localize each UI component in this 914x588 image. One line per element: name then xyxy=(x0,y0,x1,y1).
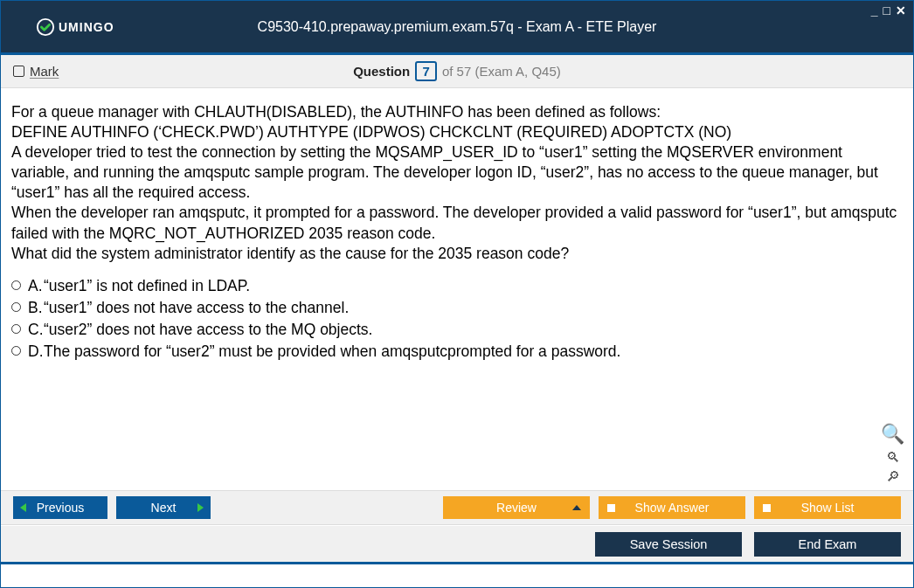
save-session-button[interactable]: Save Session xyxy=(595,532,742,557)
mark-checkbox[interactable] xyxy=(13,66,24,77)
answer-options: A.“user1” is not defined in LDAP. B.“use… xyxy=(11,276,903,362)
search-zoom-icon[interactable]: 🔍 xyxy=(881,421,904,446)
radio-icon[interactable] xyxy=(11,280,21,290)
minimize-icon[interactable]: _ xyxy=(871,4,878,17)
window-controls: _ □ ✕ xyxy=(871,4,906,17)
next-button[interactable]: Next xyxy=(116,496,211,519)
button-label: Previous xyxy=(37,501,84,515)
question-number-input[interactable]: 7 xyxy=(415,61,436,81)
option-letter: A. xyxy=(28,276,44,296)
button-label: Show Answer xyxy=(635,501,710,515)
radio-icon[interactable] xyxy=(11,324,21,334)
zoom-tools: 🔍 🔍︎ 🔎︎ xyxy=(881,421,904,485)
stem-line: What did the system administrator identi… xyxy=(11,244,903,264)
logo-text: UMINGO xyxy=(59,20,114,34)
stem-line: A developer tried to test the connection… xyxy=(11,142,903,203)
stem-line: DEFINE AUTHINFO (‘CHECK.PWD’) AUTHTYPE (… xyxy=(11,122,903,142)
option-b[interactable]: B.“user1” does not have access to the ch… xyxy=(11,298,903,318)
button-label: Save Session xyxy=(630,537,708,551)
option-text: “user2” does not have access to the MQ o… xyxy=(44,321,372,338)
question-word: Question xyxy=(353,64,410,79)
square-icon xyxy=(763,504,771,512)
question-header: Mark Question 7 of 57 (Exam A, Q45) xyxy=(1,55,913,88)
zoom-out-icon[interactable]: 🔎︎ xyxy=(885,469,901,485)
option-d[interactable]: D.The password for “user2” must be provi… xyxy=(11,342,903,362)
stem-line: For a queue manager with CHLAUTH(DISABLE… xyxy=(11,102,903,122)
button-label: Review xyxy=(496,501,537,515)
caret-up-icon xyxy=(572,505,581,510)
stem-line: When the developer ran amqsputc, it prom… xyxy=(11,203,903,243)
close-icon[interactable]: ✕ xyxy=(896,4,906,17)
review-button[interactable]: Review xyxy=(443,496,590,519)
show-answer-button[interactable]: Show Answer xyxy=(599,496,745,519)
title-bar: UMINGO C9530-410.prepaway.premium.exam.5… xyxy=(1,1,913,55)
option-text: “user1” does not have access to the chan… xyxy=(44,299,349,316)
check-logo-icon xyxy=(36,17,55,37)
zoom-in-icon[interactable]: 🔍︎ xyxy=(885,450,901,466)
chevron-left-icon xyxy=(20,503,26,512)
show-list-button[interactable]: Show List xyxy=(754,496,901,519)
mark-checkbox-wrap[interactable]: Mark xyxy=(13,64,59,79)
button-label: Show List xyxy=(801,501,855,515)
end-exam-button[interactable]: End Exam xyxy=(754,532,901,557)
maximize-icon[interactable]: □ xyxy=(883,4,890,17)
option-letter: B. xyxy=(28,298,44,318)
question-stem: For a queue manager with CHLAUTH(DISABLE… xyxy=(11,102,903,264)
bottom-accent xyxy=(1,562,913,564)
question-rest: of 57 (Exam A, Q45) xyxy=(442,64,561,79)
option-c[interactable]: C.“user2” does not have access to the MQ… xyxy=(11,320,903,340)
footer-nav: Previous Next Review Show Answer Show Li… xyxy=(1,490,913,525)
mark-label[interactable]: Mark xyxy=(30,64,59,79)
button-label: Next xyxy=(151,501,177,515)
chevron-right-icon xyxy=(197,503,204,512)
footer-actions: Save Session End Exam xyxy=(1,525,913,562)
question-counter: Question 7 of 57 (Exam A, Q45) xyxy=(1,61,913,81)
app-logo: UMINGO xyxy=(36,17,114,37)
question-content: For a queue manager with CHLAUTH(DISABLE… xyxy=(1,88,913,490)
option-letter: C. xyxy=(28,320,44,340)
option-text: The password for “user2” must be provide… xyxy=(44,342,620,360)
option-letter: D. xyxy=(28,342,44,362)
radio-icon[interactable] xyxy=(11,302,21,312)
window-title: C9530-410.prepaway.premium.exam.57q - Ex… xyxy=(1,19,913,35)
option-a[interactable]: A.“user1” is not defined in LDAP. xyxy=(11,276,903,296)
button-label: End Exam xyxy=(799,537,857,551)
previous-button[interactable]: Previous xyxy=(13,496,107,519)
option-text: “user1” is not defined in LDAP. xyxy=(44,277,250,294)
radio-icon[interactable] xyxy=(11,346,21,356)
square-icon xyxy=(607,504,615,512)
